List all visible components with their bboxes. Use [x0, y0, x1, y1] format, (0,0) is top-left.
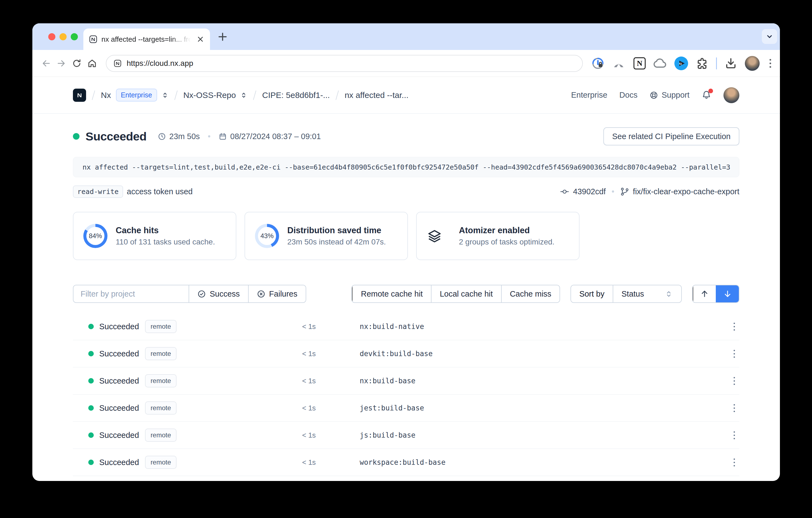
task-success-dot	[88, 405, 94, 411]
card-subtitle: 23m 50s instead of 42m 07s.	[287, 238, 386, 246]
task-menu-icon[interactable]	[731, 374, 738, 388]
task-duration: < 1s	[302, 350, 316, 358]
meta-separator-dot	[208, 135, 210, 137]
tab-close-icon[interactable]	[196, 35, 204, 43]
breadcrumb-run[interactable]: nx affected --tar...	[345, 90, 408, 100]
distribution-card: 43% Distribution saved time 23m 50s inst…	[244, 212, 408, 260]
task-status: Succeeded	[99, 349, 139, 358]
browser-profile-avatar[interactable]	[745, 56, 760, 71]
task-menu-icon[interactable]	[731, 347, 738, 360]
notion-extension-icon[interactable]: N	[633, 56, 646, 70]
see-related-cipe-button[interactable]: See related CI Pipeline Execution	[603, 127, 740, 145]
task-row[interactable]: Succeeded remote < 1s jest:build-base	[73, 394, 740, 422]
task-name[interactable]: nx:build-base	[360, 377, 415, 385]
browser-window: nx affected --targets=lin... fro https:/…	[32, 23, 780, 481]
notifications-bell-icon[interactable]	[701, 90, 712, 101]
run-command-box: nx affected --targets=lint,test,build,e2…	[73, 157, 740, 177]
lifebuoy-icon	[649, 91, 658, 100]
extensions-puzzle-icon[interactable]	[695, 56, 709, 70]
task-duration: < 1s	[302, 377, 316, 385]
card-subtitle: 2 groups of tasks optimized.	[459, 238, 555, 246]
card-title: Atomizer enabled	[459, 225, 555, 236]
downloads-icon[interactable]	[724, 56, 738, 70]
task-name[interactable]: devkit:build-base	[360, 350, 433, 358]
sort-select[interactable]: Status	[613, 285, 681, 302]
cache-miss-button[interactable]: Cache miss	[501, 285, 560, 302]
breadcrumb-repo[interactable]: Nx-OSS-Repo	[183, 90, 236, 100]
notification-dot	[708, 89, 713, 93]
task-name[interactable]: js:build-base	[360, 431, 415, 439]
browser-menu-icon[interactable]	[767, 56, 774, 71]
task-status: Succeeded	[99, 458, 139, 467]
vpn-extension-icon[interactable]	[612, 56, 626, 70]
forward-button[interactable]	[54, 56, 69, 71]
local-cache-hit-button[interactable]: Local cache hit	[431, 285, 501, 302]
nav-docs-link[interactable]: Docs	[619, 90, 637, 100]
nav-enterprise-link[interactable]: Enterprise	[571, 90, 607, 100]
remote-cache-hit-button[interactable]: Remote cache hit	[352, 285, 431, 302]
task-duration: < 1s	[302, 404, 316, 412]
task-row[interactable]: Succeeded remote < 1s js:build-base	[73, 422, 740, 449]
task-row[interactable]: Succeeded remote < 1s devkit:build-base	[73, 340, 740, 367]
close-window-button[interactable]	[48, 33, 55, 40]
filter-by-project-input[interactable]	[74, 285, 188, 302]
home-button[interactable]	[84, 56, 100, 71]
task-menu-icon[interactable]	[731, 456, 738, 469]
vcs-separator-dot	[612, 190, 614, 193]
task-menu-icon[interactable]	[731, 401, 738, 415]
nav-support-link[interactable]: Support	[649, 90, 690, 100]
onepassword-extension-icon[interactable]	[591, 56, 605, 70]
git-commit-icon	[560, 187, 569, 196]
task-success-dot	[88, 460, 94, 465]
commit-sha[interactable]: 43902cdf	[573, 187, 606, 196]
repo-selector-chevrons-icon[interactable]	[240, 92, 247, 99]
task-menu-icon[interactable]	[731, 320, 738, 333]
zoom-window-button[interactable]	[71, 33, 78, 40]
branch-name[interactable]: fix/fix-clear-expo-cache-export	[633, 187, 740, 196]
task-status: Succeeded	[99, 431, 139, 440]
task-name[interactable]: jest:build-base	[360, 404, 424, 412]
x-circle-icon	[257, 290, 265, 298]
nx-logo[interactable]	[73, 89, 86, 102]
task-row[interactable]: Succeeded remote < 1s workspace:build-ba…	[73, 449, 740, 476]
task-name[interactable]: nx:build-native	[360, 322, 424, 331]
reload-button[interactable]	[69, 56, 84, 71]
org-selector-chevrons-icon[interactable]	[162, 92, 169, 99]
breadcrumb-org[interactable]: Nx	[101, 90, 111, 100]
sort-direction-group	[692, 285, 740, 303]
task-name[interactable]: workspace:build-base	[360, 458, 445, 466]
window-controls	[48, 33, 78, 40]
task-row[interactable]: Succeeded remote < 1s nx:build-native	[73, 313, 740, 340]
failures-filter-button[interactable]: Failures	[248, 285, 306, 302]
cache-filter-group: Remote cache hit Local cache hit Cache m…	[351, 285, 560, 303]
sort-descending-button[interactable]	[716, 285, 739, 302]
vcs-info: 43902cdf fix/fix-clear-expo-cache-export	[560, 187, 740, 196]
nx-site-icon	[114, 59, 122, 67]
task-row[interactable]: Succeeded remote < 1s nx:build-base	[73, 367, 740, 394]
status-success-dot	[73, 133, 80, 140]
sort-ascending-button[interactable]	[693, 285, 716, 302]
task-cache-badge: remote	[145, 456, 177, 469]
task-menu-icon[interactable]	[731, 429, 738, 442]
breadcrumb-pipeline[interactable]: CIPE: 5e8d6bf1-...	[262, 90, 330, 100]
address-bar[interactable]: https://cloud.nx.app	[106, 55, 583, 72]
minimize-window-button[interactable]	[59, 33, 67, 40]
run-status-row: Succeeded 23m 50s 08/27/2024 08:37 – 09:…	[73, 127, 740, 146]
user-avatar[interactable]	[723, 87, 740, 103]
url-text: https://cloud.nx.app	[127, 59, 193, 68]
iq-player-extension-icon[interactable]: IQ	[674, 56, 688, 70]
new-tab-button[interactable]	[216, 31, 229, 43]
toolbar-extensions: N IQ	[591, 56, 774, 71]
breadcrumb-separator	[253, 90, 256, 100]
task-cache-badge: remote	[145, 320, 177, 333]
distribution-donut: 43%	[255, 224, 279, 248]
chevron-down-icon	[765, 32, 774, 40]
back-button[interactable]	[38, 56, 54, 71]
tab-search-button[interactable]	[762, 29, 777, 44]
cloud-extension-icon[interactable]	[654, 56, 667, 70]
browser-tab[interactable]: nx affected --targets=lin... fro	[83, 29, 210, 50]
task-success-dot	[88, 351, 94, 356]
header-nav: Enterprise Docs Support	[571, 87, 740, 103]
success-filter-button[interactable]: Success	[188, 285, 248, 302]
run-details-page: Succeeded 23m 50s 08/27/2024 08:37 – 09:…	[32, 127, 780, 481]
